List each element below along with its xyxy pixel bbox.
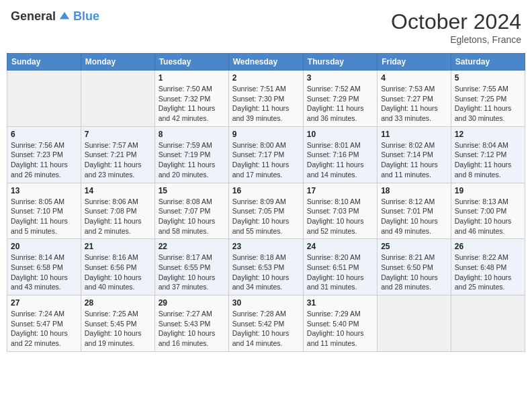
weekday-header-cell: Monday	[81, 54, 154, 71]
weekday-header-cell: Tuesday	[154, 54, 228, 71]
day-detail: Sunrise: 7:57 AMSunset: 7:21 PMDaylight:…	[85, 140, 151, 180]
calendar-cell: 22Sunrise: 8:17 AMSunset: 6:55 PMDayligh…	[154, 239, 228, 295]
calendar-cell: 15Sunrise: 8:08 AMSunset: 7:07 PMDayligh…	[154, 183, 228, 239]
day-detail: Sunrise: 7:55 AMSunset: 7:25 PMDaylight:…	[455, 84, 521, 124]
day-detail: Sunrise: 7:53 AMSunset: 7:27 PMDaylight:…	[381, 84, 447, 124]
calendar-cell: 27Sunrise: 7:24 AMSunset: 5:47 PMDayligh…	[7, 295, 81, 352]
calendar-cell: 17Sunrise: 8:10 AMSunset: 7:03 PMDayligh…	[303, 183, 377, 239]
day-detail: Sunrise: 8:06 AMSunset: 7:08 PMDaylight:…	[85, 197, 151, 236]
day-detail: Sunrise: 8:00 AMSunset: 7:17 PMDaylight:…	[232, 140, 300, 180]
day-number: 27	[11, 298, 77, 308]
day-number: 23	[232, 242, 300, 251]
day-number: 12	[455, 130, 521, 139]
day-detail: Sunrise: 8:17 AMSunset: 6:55 PMDaylight:…	[159, 253, 225, 292]
calendar-cell: 29Sunrise: 7:27 AMSunset: 5:43 PMDayligh…	[154, 295, 228, 352]
day-number: 19	[455, 186, 521, 195]
day-number: 9	[232, 130, 300, 139]
day-number: 7	[85, 130, 151, 139]
day-detail: Sunrise: 8:16 AMSunset: 6:56 PMDaylight:…	[85, 253, 151, 292]
day-number: 29	[159, 298, 225, 308]
calendar-cell: 14Sunrise: 8:06 AMSunset: 7:08 PMDayligh…	[81, 183, 154, 239]
day-number: 3	[307, 73, 373, 83]
day-detail: Sunrise: 8:18 AMSunset: 6:53 PMDaylight:…	[232, 253, 300, 292]
day-number: 5	[455, 73, 521, 83]
calendar-cell: 13Sunrise: 8:05 AMSunset: 7:10 PMDayligh…	[7, 183, 81, 239]
weekday-header-cell: Wednesday	[228, 54, 303, 71]
day-detail: Sunrise: 8:21 AMSunset: 6:50 PMDaylight:…	[381, 253, 447, 292]
calendar-cell	[7, 71, 81, 127]
calendar-cell: 4Sunrise: 7:53 AMSunset: 7:27 PMDaylight…	[378, 71, 451, 127]
calendar-cell: 9Sunrise: 8:00 AMSunset: 7:17 PMDaylight…	[228, 126, 303, 183]
day-detail: Sunrise: 8:01 AMSunset: 7:16 PMDaylight:…	[307, 140, 373, 180]
day-number: 14	[85, 186, 151, 195]
day-number: 18	[381, 186, 447, 195]
logo-icon	[58, 11, 71, 23]
day-number: 4	[381, 73, 447, 83]
calendar-cell	[451, 295, 525, 352]
calendar-cell: 7Sunrise: 7:57 AMSunset: 7:21 PMDaylight…	[81, 126, 154, 183]
calendar-week-row: 27Sunrise: 7:24 AMSunset: 5:47 PMDayligh…	[7, 295, 525, 352]
title-block: October 2024 Egletons, France	[391, 9, 521, 45]
day-detail: Sunrise: 7:25 AMSunset: 5:45 PMDaylight:…	[85, 309, 151, 349]
day-detail: Sunrise: 7:27 AMSunset: 5:43 PMDaylight:…	[159, 309, 225, 349]
calendar-cell: 31Sunrise: 7:29 AMSunset: 5:40 PMDayligh…	[303, 295, 377, 352]
day-number: 24	[307, 242, 373, 251]
day-detail: Sunrise: 7:52 AMSunset: 7:29 PMDaylight:…	[307, 84, 373, 124]
calendar-cell	[81, 71, 154, 127]
calendar-cell: 28Sunrise: 7:25 AMSunset: 5:45 PMDayligh…	[81, 295, 154, 352]
calendar-cell: 25Sunrise: 8:21 AMSunset: 6:50 PMDayligh…	[378, 239, 451, 295]
day-detail: Sunrise: 7:51 AMSunset: 7:30 PMDaylight:…	[232, 84, 300, 124]
day-detail: Sunrise: 7:59 AMSunset: 7:19 PMDaylight:…	[159, 140, 225, 180]
page-header: General Blue October 2024 Egletons, Fran…	[7, 7, 525, 48]
calendar-cell: 3Sunrise: 7:52 AMSunset: 7:29 PMDaylight…	[303, 71, 377, 127]
day-number: 6	[11, 130, 77, 139]
day-detail: Sunrise: 8:14 AMSunset: 6:58 PMDaylight:…	[11, 253, 77, 292]
calendar-week-row: 13Sunrise: 8:05 AMSunset: 7:10 PMDayligh…	[7, 183, 525, 239]
weekday-header-cell: Thursday	[303, 54, 377, 71]
day-detail: Sunrise: 8:04 AMSunset: 7:12 PMDaylight:…	[455, 140, 521, 180]
calendar-week-row: 1Sunrise: 7:50 AMSunset: 7:32 PMDaylight…	[7, 71, 525, 127]
calendar-cell: 2Sunrise: 7:51 AMSunset: 7:30 PMDaylight…	[228, 71, 303, 127]
day-detail: Sunrise: 8:20 AMSunset: 6:51 PMDaylight:…	[307, 253, 373, 292]
day-number: 20	[11, 242, 77, 251]
day-number: 31	[307, 298, 373, 308]
calendar-cell: 11Sunrise: 8:02 AMSunset: 7:14 PMDayligh…	[378, 126, 451, 183]
day-number: 2	[232, 73, 300, 83]
day-number: 21	[85, 242, 151, 251]
weekday-header-cell: Sunday	[7, 54, 81, 71]
calendar-cell: 10Sunrise: 8:01 AMSunset: 7:16 PMDayligh…	[303, 126, 377, 183]
day-detail: Sunrise: 8:02 AMSunset: 7:14 PMDaylight:…	[381, 140, 447, 180]
calendar-cell: 1Sunrise: 7:50 AMSunset: 7:32 PMDaylight…	[154, 71, 228, 127]
day-number: 13	[11, 186, 77, 195]
month-title: October 2024	[391, 9, 521, 34]
logo-general: General	[11, 9, 56, 24]
day-detail: Sunrise: 8:22 AMSunset: 6:48 PMDaylight:…	[455, 253, 521, 292]
day-detail: Sunrise: 8:12 AMSunset: 7:01 PMDaylight:…	[381, 197, 447, 236]
calendar-cell: 23Sunrise: 8:18 AMSunset: 6:53 PMDayligh…	[228, 239, 303, 295]
location-subtitle: Egletons, France	[391, 34, 521, 45]
day-number: 8	[159, 130, 225, 139]
day-number: 25	[381, 242, 447, 251]
calendar-cell: 8Sunrise: 7:59 AMSunset: 7:19 PMDaylight…	[154, 126, 228, 183]
day-number: 22	[159, 242, 225, 251]
weekday-header-cell: Saturday	[451, 54, 525, 71]
calendar-cell: 24Sunrise: 8:20 AMSunset: 6:51 PMDayligh…	[303, 239, 377, 295]
calendar-cell: 18Sunrise: 8:12 AMSunset: 7:01 PMDayligh…	[378, 183, 451, 239]
logo: General Blue	[11, 9, 99, 24]
day-detail: Sunrise: 7:24 AMSunset: 5:47 PMDaylight:…	[11, 309, 77, 349]
calendar-cell: 19Sunrise: 8:13 AMSunset: 7:00 PMDayligh…	[451, 183, 525, 239]
day-number: 17	[307, 186, 373, 195]
day-detail: Sunrise: 8:13 AMSunset: 7:00 PMDaylight:…	[455, 197, 521, 236]
day-number: 1	[159, 73, 225, 83]
svg-marker-0	[60, 11, 69, 19]
calendar-cell: 5Sunrise: 7:55 AMSunset: 7:25 PMDaylight…	[451, 71, 525, 127]
calendar-cell: 12Sunrise: 8:04 AMSunset: 7:12 PMDayligh…	[451, 126, 525, 183]
calendar-cell	[378, 295, 451, 352]
calendar-cell: 26Sunrise: 8:22 AMSunset: 6:48 PMDayligh…	[451, 239, 525, 295]
day-detail: Sunrise: 8:09 AMSunset: 7:05 PMDaylight:…	[232, 197, 300, 236]
day-detail: Sunrise: 7:28 AMSunset: 5:42 PMDaylight:…	[232, 309, 300, 349]
calendar-cell: 21Sunrise: 8:16 AMSunset: 6:56 PMDayligh…	[81, 239, 154, 295]
calendar-cell: 20Sunrise: 8:14 AMSunset: 6:58 PMDayligh…	[7, 239, 81, 295]
calendar-table: SundayMondayTuesdayWednesdayThursdayFrid…	[7, 53, 525, 352]
calendar-week-row: 6Sunrise: 7:56 AMSunset: 7:23 PMDaylight…	[7, 126, 525, 183]
